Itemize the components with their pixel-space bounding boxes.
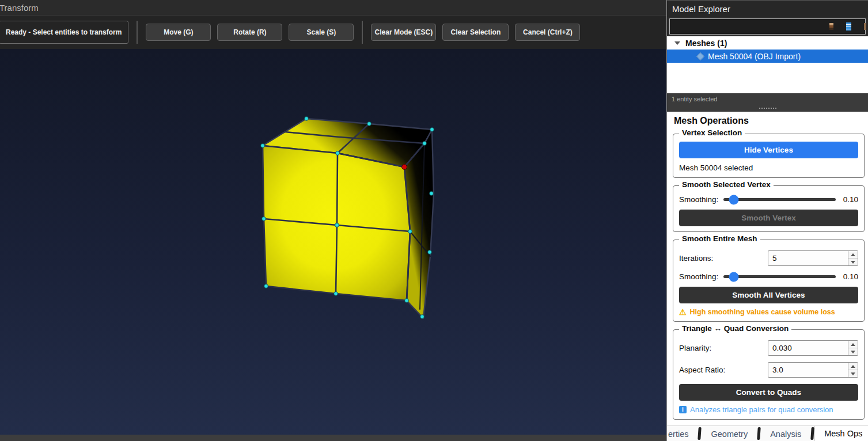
toolbar-separator — [362, 21, 363, 44]
bottom-strip — [0, 435, 666, 441]
model-explorer-panel: Model Explorer Meshes (1) Mesh 50004 (OB… — [667, 0, 868, 105]
smoothing-label: Smoothing: — [679, 272, 718, 281]
planarity-input[interactable] — [768, 341, 848, 355]
group-legend: Triangle ↔ Quad Conversion — [679, 324, 791, 333]
slider-handle[interactable] — [729, 272, 738, 282]
move-button[interactable]: Move (G) — [146, 24, 211, 41]
selected-vertex-marker — [402, 165, 407, 170]
iterations-spinbox[interactable] — [768, 250, 858, 266]
smooth-selected-vertex-group: Smooth Selected Vertex Smoothing: 0.10 S… — [673, 185, 865, 232]
slider-handle[interactable] — [729, 195, 738, 204]
scale-button[interactable]: Scale (S) — [289, 24, 354, 41]
spin-up-button[interactable] — [848, 341, 858, 348]
tab-mesh-ops[interactable]: Mesh Ops — [814, 425, 868, 441]
tab-properties-partial[interactable]: erties — [667, 427, 698, 441]
spin-down-button[interactable] — [848, 348, 858, 355]
info-icon: i — [679, 406, 687, 413]
spin-up-icon — [851, 253, 855, 256]
explorer-tool-icon-c[interactable] — [864, 23, 866, 30]
explorer-toolbar — [667, 17, 868, 36]
explorer-tree: Meshes (1) Mesh 50004 (OBJ Import) — [667, 36, 868, 93]
smoothing-value: 0.10 — [841, 195, 858, 204]
spin-down-button[interactable] — [848, 258, 858, 265]
panel-tab-bar: erties Geometry Analysis Mesh Ops — [667, 425, 868, 441]
splitter-grip-icon — [759, 108, 776, 109]
tree-group-meshes[interactable]: Meshes (1) — [667, 36, 868, 50]
transform-toolbar: Ready - Select entities to transform Mov… — [0, 16, 666, 49]
rotate-button[interactable]: Rotate (R) — [217, 24, 282, 41]
planarity-label: Planarity: — [679, 344, 711, 352]
warning-text: High smoothing values cause volume loss — [690, 308, 835, 316]
clear-mode-button[interactable]: Clear Mode (ESC) — [371, 24, 436, 41]
tab-analysis[interactable]: Analysis — [761, 427, 810, 441]
vertex-selection-group: Vertex Selection Hide Vertices Mesh 5000… — [673, 134, 865, 178]
planarity-spinbox[interactable] — [768, 340, 858, 356]
spin-down-icon — [851, 372, 855, 375]
explorer-status-bar: 1 entity selected — [667, 93, 868, 105]
explorer-header: Model Explorer — [667, 1, 868, 17]
spin-up-icon — [851, 365, 855, 368]
mesh-smoothing-slider[interactable] — [723, 275, 836, 278]
smooth-all-vertices-button[interactable]: Smooth All Vertices — [679, 287, 858, 303]
left-region: Transform Ready - Select entities to tra… — [0, 0, 666, 441]
panel-title: Mesh Operations — [674, 116, 866, 126]
convert-to-quads-button[interactable]: Convert to Quads — [679, 384, 858, 401]
spin-up-button[interactable] — [848, 251, 858, 258]
smoothing-value: 0.10 — [841, 272, 858, 281]
mesh-cube-render — [0, 49, 666, 435]
mesh-selected-status: Mesh 50004 selected — [679, 164, 858, 172]
panel-splitter[interactable] — [667, 105, 868, 112]
tree-item-mesh-50004[interactable]: Mesh 50004 (OBJ Import) — [667, 50, 868, 63]
spin-up-button[interactable] — [848, 363, 858, 370]
explorer-title: Model Explorer — [672, 4, 730, 14]
clear-selection-button[interactable]: Clear Selection — [442, 24, 509, 41]
mesh-diamond-icon — [696, 52, 704, 60]
toolbar-status-box: Ready - Select entities to transform — [0, 21, 128, 44]
app-window: Transform Ready - Select entities to tra… — [0, 0, 868, 441]
iterations-input[interactable] — [768, 251, 848, 265]
aspect-ratio-input[interactable] — [768, 363, 848, 377]
explorer-tool-icon-a[interactable] — [829, 23, 833, 30]
tree-expander-icon[interactable] — [674, 41, 680, 45]
triangle-quad-conversion-group: Triangle ↔ Quad Conversion Planarity: As… — [673, 329, 865, 420]
smooth-vertex-button[interactable]: Smooth Vertex — [679, 210, 858, 226]
window-titlebar: Transform — [0, 0, 666, 16]
explorer-tool-icon-b[interactable] — [846, 22, 851, 31]
warning-icon: ⚠ — [679, 308, 687, 316]
group-legend: Smooth Entire Mesh — [679, 234, 760, 243]
mesh-operations-panel: Mesh Operations Vertex Selection Hide Ve… — [667, 112, 868, 425]
vertex-smoothing-slider[interactable] — [723, 198, 836, 201]
info-text: Analyzes triangle pairs for quad convers… — [690, 405, 833, 414]
conversion-info: i Analyzes triangle pairs for quad conve… — [679, 405, 858, 414]
aspect-ratio-spinbox[interactable] — [768, 362, 858, 378]
smoothing-warning: ⚠ High smoothing values cause volume los… — [679, 308, 858, 316]
tab-separator — [757, 427, 761, 440]
spin-down-button[interactable] — [848, 370, 858, 377]
tree-group-label: Meshes (1) — [685, 39, 727, 48]
group-legend: Smooth Selected Vertex — [679, 180, 774, 189]
smoothing-label: Smoothing: — [679, 195, 718, 204]
aspect-ratio-label: Aspect Ratio: — [679, 366, 725, 374]
explorer-filter-bar[interactable] — [669, 18, 866, 35]
group-legend: Vertex Selection — [679, 128, 745, 137]
spin-up-icon — [851, 343, 855, 346]
toolbar-separator — [137, 21, 138, 44]
window-title: Transform — [0, 3, 39, 13]
right-panel: Model Explorer Meshes (1) Mesh 50004 (OB… — [666, 0, 868, 441]
tab-separator — [698, 427, 702, 440]
spin-down-icon — [851, 261, 855, 264]
tab-separator — [810, 427, 814, 440]
smooth-entire-mesh-group: Smooth Entire Mesh Iterations: Smoothing… — [673, 239, 865, 322]
tab-geometry[interactable]: Geometry — [702, 427, 757, 441]
spin-down-icon — [851, 351, 855, 353]
tree-item-label: Mesh 50004 (OBJ Import) — [708, 52, 801, 61]
viewport-3d[interactable] — [0, 49, 666, 435]
hide-vertices-button[interactable]: Hide Vertices — [679, 142, 858, 158]
cancel-button[interactable]: Cancel (Ctrl+Z) — [515, 24, 580, 41]
iterations-label: Iterations: — [679, 254, 713, 263]
